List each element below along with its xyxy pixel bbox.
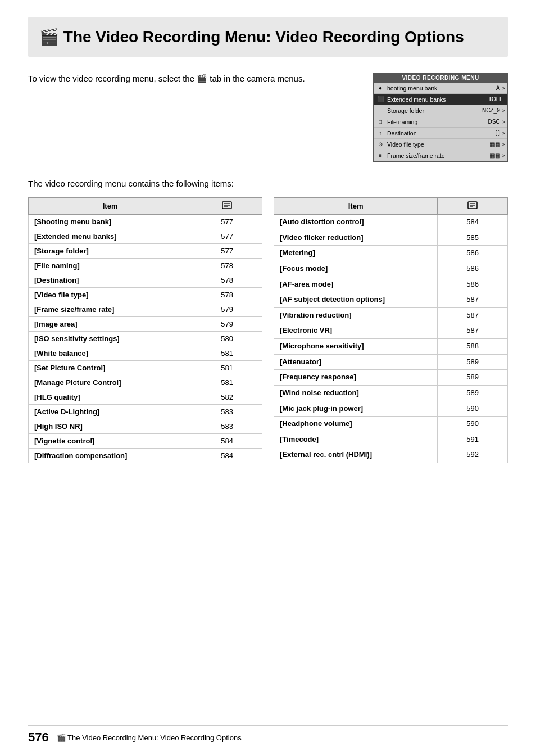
menu-row-label: hooting menu bank — [385, 85, 496, 92]
camera-menu-row: ≡ Frame size/frame rate ▦▦ > — [374, 150, 507, 161]
table-page-cell: 589 — [438, 354, 508, 370]
table-page-cell: 587 — [438, 323, 508, 339]
table-row: [Microphone sensitivity]588 — [274, 339, 508, 355]
table-row: [Manage Picture Control]581 — [29, 375, 262, 390]
table-item-cell: [Shooting menu bank] — [29, 215, 192, 229]
table-item-cell: [High ISO NR] — [29, 419, 192, 434]
table-row: [External rec. cntrl (HDMI)]592 — [274, 447, 508, 463]
right-table: Item [Auto distortion control]584[Video … — [274, 197, 508, 463]
menu-row-value: NCZ_9 — [482, 107, 501, 114]
table-item-cell: [Manage Picture Control] — [29, 375, 192, 390]
table-row: [AF subject detection options]587 — [274, 292, 508, 308]
table-page-cell: 577 — [192, 244, 262, 259]
camera-menu-row: ⬛ Extended menu banks IIOFF — [374, 94, 507, 105]
menu-row-value: ▦▦ — [490, 152, 501, 159]
table-row: [Wind noise reduction]589 — [274, 385, 508, 401]
table-row: [Frame size/frame rate]579 — [29, 302, 262, 317]
menu-row-label: Storage folder — [385, 107, 482, 114]
camera-menu-title: VIDEO RECORDING MENU — [374, 73, 507, 83]
menu-row-value: A — [496, 85, 501, 91]
menu-row-value: DSC — [488, 119, 501, 125]
table-page-cell: 580 — [192, 332, 262, 346]
table-item-cell: [Wind noise reduction] — [274, 385, 438, 401]
menu-row-label: Destination — [385, 130, 495, 137]
table-row: [Electronic VR]587 — [274, 323, 508, 339]
table-row: [Vignette control]584 — [29, 434, 262, 449]
table-row: [High ISO NR]583 — [29, 419, 262, 434]
left-table-page-header — [192, 198, 262, 215]
table-page-cell: 587 — [438, 292, 508, 308]
camera-menu-row: □ File naming DSC > — [374, 116, 507, 128]
page-number: 576 — [28, 730, 49, 745]
table-item-cell: [Storage folder] — [29, 244, 192, 259]
table-page-cell: 583 — [192, 405, 262, 419]
page-title: 🎬 The Video Recording Menu: Video Record… — [39, 27, 497, 47]
menu-row-value: IIOFF — [488, 96, 504, 102]
table-item-cell: [ISO sensitivity settings] — [29, 332, 192, 346]
table-row: [Headphone volume]590 — [274, 417, 508, 432]
menu-row-value: [ ] — [495, 130, 501, 136]
table-page-cell: 591 — [438, 432, 508, 447]
camera-menu-row: ↑ Destination [ ] > — [374, 128, 507, 139]
menu-row-label: Video file type — [385, 141, 490, 148]
table-item-cell: [Auto distortion control] — [274, 215, 438, 230]
menu-row-label: Extended menu banks — [385, 96, 488, 103]
menu-row-label: File naming — [385, 119, 488, 125]
table-item-cell: [Focus mode] — [274, 261, 438, 277]
table-page-cell: 584 — [192, 449, 262, 463]
table-page-cell: 579 — [192, 302, 262, 317]
table-page-cell: 577 — [192, 215, 262, 229]
table-item-cell: [File naming] — [29, 259, 192, 273]
table-item-cell: [Attenuator] — [274, 354, 438, 370]
table-page-cell: 590 — [438, 417, 508, 432]
table-item-cell: [Video flicker reduction] — [274, 230, 438, 246]
page-footer: 576 🎬 The Video Recording Menu: Video Re… — [28, 725, 508, 745]
table-row: [Attenuator]589 — [274, 354, 508, 370]
right-table-page-header — [438, 198, 508, 215]
camera-menu-row: ● hooting menu bank A > — [374, 83, 507, 94]
table-item-cell: [White balance] — [29, 346, 192, 361]
table-item-cell: [HLG quality] — [29, 390, 192, 405]
menu-row-arrow: > — [501, 142, 505, 147]
table-page-cell: 586 — [438, 261, 508, 277]
table-item-cell: [Vibration reduction] — [274, 307, 438, 323]
right-table-item-header: Item — [274, 198, 438, 215]
menu-row-arrow: > — [501, 85, 505, 91]
menu-row-icon: ⬛ — [376, 96, 385, 102]
table-row: [Active D-Lighting]583 — [29, 405, 262, 419]
menu-row-label: Frame size/frame rate — [385, 152, 490, 159]
menu-row-icon: ↑ — [376, 130, 385, 136]
table-row: [Diffraction compensation]584 — [29, 449, 262, 463]
table-page-cell: 578 — [192, 259, 262, 273]
table-page-cell: 581 — [192, 346, 262, 361]
table-row: [Destination]578 — [29, 273, 262, 288]
table-item-cell: [Headphone volume] — [274, 417, 438, 432]
table-row: [Set Picture Control]581 — [29, 361, 262, 375]
table-page-cell: 590 — [438, 401, 508, 417]
table-page-cell: 584 — [192, 434, 262, 449]
menu-row-icon: ≡ — [376, 152, 385, 159]
table-page-cell: 579 — [192, 317, 262, 332]
menu-row-arrow: > — [501, 108, 505, 114]
menu-row-arrow: > — [501, 153, 505, 159]
table-page-cell: 587 — [438, 307, 508, 323]
table-row: [AF-area mode]586 — [274, 277, 508, 292]
table-item-cell: [AF-area mode] — [274, 277, 438, 292]
table-row: [Shooting menu bank]577 — [29, 215, 262, 229]
table-item-cell: [Frequency response] — [274, 370, 438, 386]
left-table: Item [Shooting menu bank]577[Extended me… — [28, 197, 262, 463]
table-item-cell: [Timecode] — [274, 432, 438, 447]
table-row: [Image area]579 — [29, 317, 262, 332]
table-item-cell: [Electronic VR] — [274, 323, 438, 339]
table-item-cell: [AF subject detection options] — [274, 292, 438, 308]
table-row: [ISO sensitivity settings]580 — [29, 332, 262, 346]
camera-tab-icon: 🎬 — [197, 74, 207, 83]
table-item-cell: [Vignette control] — [29, 434, 192, 449]
menu-row-value: ▦▦ — [490, 141, 501, 147]
table-row: [Auto distortion control]584 — [274, 215, 508, 230]
table-item-cell: [Frame size/frame rate] — [29, 302, 192, 317]
intro-section: To view the video recording menu, select… — [28, 73, 508, 162]
table-item-cell: [Image area] — [29, 317, 192, 332]
menu-row-arrow: > — [501, 119, 505, 125]
table-row: [Frequency response]589 — [274, 370, 508, 386]
